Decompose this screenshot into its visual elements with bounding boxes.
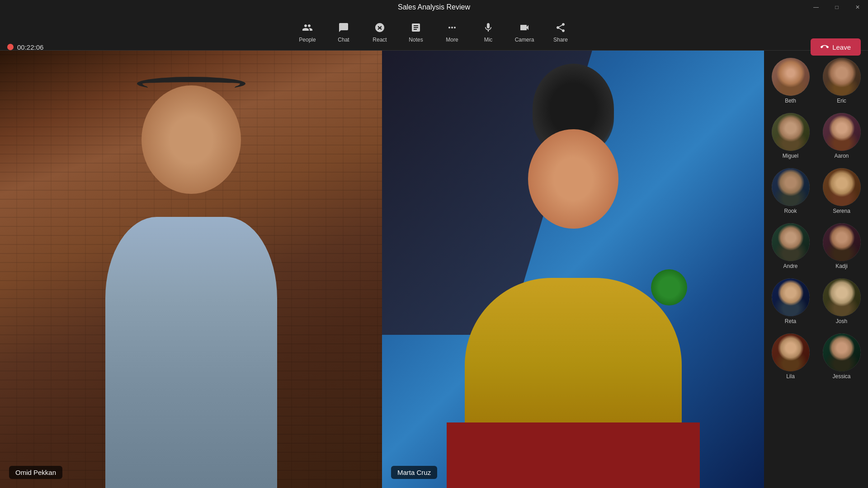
camera-icon bbox=[519, 22, 530, 35]
lila-avatar bbox=[772, 333, 810, 371]
toolbar: 00:22:06 People Chat React bbox=[0, 14, 868, 51]
leave-label: Leave bbox=[832, 43, 851, 51]
marta-nametag: Marta Cruz bbox=[391, 466, 437, 479]
camera-label: Camera bbox=[515, 37, 534, 43]
notes-icon bbox=[410, 22, 421, 35]
reta-avatar bbox=[772, 278, 810, 316]
participant-serena[interactable]: Serena bbox=[818, 165, 865, 217]
participant-kadji[interactable]: Kadji bbox=[818, 221, 865, 272]
share-label: Share bbox=[553, 37, 568, 43]
recording-indicator bbox=[7, 44, 14, 50]
andre-name: Andre bbox=[783, 263, 797, 269]
reta-name: Reta bbox=[785, 318, 796, 324]
titlebar: Sales Analysis Review — □ ✕ bbox=[0, 0, 868, 14]
toolbar-share[interactable]: Share bbox=[542, 17, 579, 48]
react-icon bbox=[374, 22, 385, 35]
participant-miguel[interactable]: Miguel bbox=[767, 110, 814, 162]
more-icon bbox=[447, 22, 458, 35]
timer-text: 00:22:06 bbox=[17, 43, 43, 51]
participant-josh[interactable]: Josh bbox=[818, 276, 865, 327]
mic-icon bbox=[483, 22, 494, 35]
participants-sidebar: Beth Eric Miguel Aaron bbox=[764, 51, 868, 488]
maximize-button[interactable]: □ bbox=[826, 0, 847, 14]
beth-avatar bbox=[772, 58, 810, 96]
leave-button-container: Leave bbox=[811, 29, 861, 65]
eric-name: Eric bbox=[837, 98, 846, 104]
kadji-name: Kadji bbox=[835, 263, 848, 269]
andre-avatar bbox=[772, 223, 810, 261]
chat-icon bbox=[338, 22, 349, 35]
participant-rook[interactable]: Rook bbox=[767, 165, 814, 217]
share-icon bbox=[555, 22, 566, 35]
josh-avatar bbox=[823, 278, 861, 316]
react-label: React bbox=[373, 37, 387, 43]
participant-andre[interactable]: Andre bbox=[767, 221, 814, 272]
toolbar-mic[interactable]: Mic bbox=[470, 17, 506, 48]
recording-timer: 00:22:06 bbox=[7, 29, 43, 65]
toolbar-camera[interactable]: Camera bbox=[506, 17, 542, 48]
toolbar-notes[interactable]: Notes bbox=[398, 17, 434, 48]
video-marta: Marta Cruz bbox=[382, 51, 764, 488]
miguel-avatar bbox=[772, 113, 810, 151]
aaron-avatar bbox=[823, 113, 861, 151]
participant-jessica[interactable]: Jessica bbox=[818, 331, 865, 382]
josh-name: Josh bbox=[836, 318, 847, 324]
toolbar-people[interactable]: People bbox=[289, 17, 326, 48]
serena-name: Serena bbox=[833, 208, 850, 214]
jessica-avatar bbox=[823, 333, 861, 371]
people-icon bbox=[302, 22, 313, 35]
participant-lila[interactable]: Lila bbox=[767, 331, 814, 382]
beth-name: Beth bbox=[785, 98, 796, 104]
leave-phone-icon bbox=[821, 43, 829, 51]
participant-aaron[interactable]: Aaron bbox=[818, 110, 865, 162]
more-label: More bbox=[446, 37, 458, 43]
kadji-avatar bbox=[823, 223, 861, 261]
rook-name: Rook bbox=[784, 208, 797, 214]
participant-beth[interactable]: Beth bbox=[767, 55, 814, 107]
jessica-name: Jessica bbox=[832, 373, 850, 380]
notes-label: Notes bbox=[409, 37, 423, 43]
toolbar-react[interactable]: React bbox=[362, 17, 398, 48]
mic-label: Mic bbox=[484, 37, 493, 43]
window-controls: — □ ✕ bbox=[806, 0, 868, 14]
video-omid: Omid Pekkan bbox=[0, 51, 382, 488]
participant-reta[interactable]: Reta bbox=[767, 276, 814, 327]
minimize-button[interactable]: — bbox=[806, 0, 826, 14]
leave-button[interactable]: Leave bbox=[811, 38, 861, 56]
lila-name: Lila bbox=[786, 373, 795, 380]
close-button[interactable]: ✕ bbox=[847, 0, 868, 14]
serena-avatar bbox=[823, 168, 861, 206]
people-label: People bbox=[299, 37, 316, 43]
toolbar-chat[interactable]: Chat bbox=[326, 17, 362, 48]
main-video-area: Omid Pekkan Marta Cruz bbox=[0, 51, 764, 488]
toolbar-more[interactable]: More bbox=[434, 17, 470, 48]
omid-nametag: Omid Pekkan bbox=[9, 466, 62, 479]
miguel-name: Miguel bbox=[783, 153, 798, 159]
window-title: Sales Analysis Review bbox=[398, 3, 470, 11]
rook-avatar bbox=[772, 168, 810, 206]
chat-label: Chat bbox=[338, 37, 349, 43]
aaron-name: Aaron bbox=[834, 153, 849, 159]
